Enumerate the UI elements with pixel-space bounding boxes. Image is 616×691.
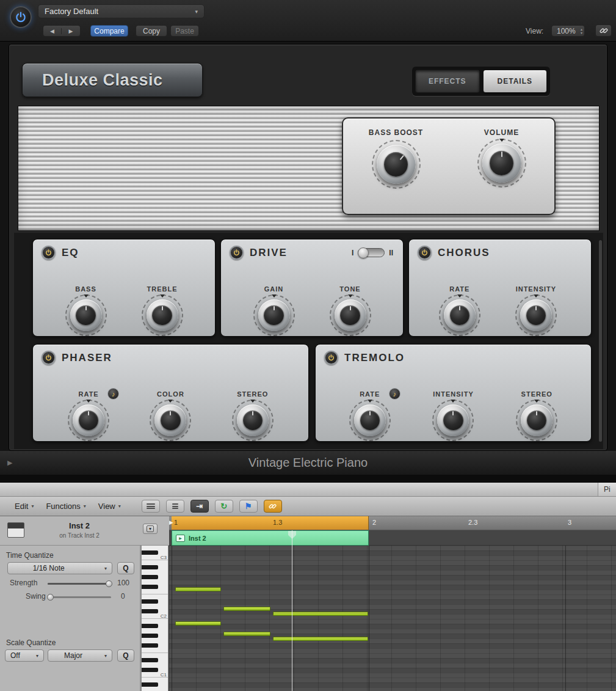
piano-roll-editor: Inst 2 on Track Inst 2 ▾ ▶ 11.322.33 ▶ I… (0, 516, 616, 691)
cycle-range[interactable] (172, 516, 369, 530)
functions-menu[interactable]: Functions▾ (40, 497, 92, 516)
piano-key[interactable] (142, 663, 168, 668)
view-zoom-select[interactable]: 100% ▴▾ (551, 25, 585, 37)
details-tab-button[interactable]: DETAILS (483, 70, 548, 93)
piano-key[interactable] (142, 560, 168, 565)
tremolo-sync-note-icon[interactable]: ♪ (389, 388, 400, 400)
bass-knob[interactable] (70, 299, 102, 331)
piano-key[interactable] (142, 585, 168, 590)
piano-key[interactable] (142, 658, 168, 663)
slider-thumb[interactable] (47, 594, 54, 601)
scroll-in-play-button[interactable]: ⚑ (239, 500, 258, 513)
drive-mode-switch[interactable] (358, 248, 385, 257)
tremolo-stereo-knob[interactable] (521, 404, 553, 436)
tremolo-rate-knob[interactable] (354, 404, 386, 436)
tone-knob[interactable] (335, 299, 366, 331)
link-mode-button[interactable] (264, 500, 282, 513)
paste-button[interactable]: Paste (170, 25, 199, 37)
phaser-stereo-knob[interactable] (237, 404, 269, 436)
eq-power-button[interactable] (42, 246, 56, 260)
piano-key[interactable] (142, 638, 168, 643)
swing-value: 0 (121, 592, 125, 601)
piano-key[interactable] (142, 648, 168, 653)
piano-key[interactable] (142, 590, 168, 594)
compare-button[interactable]: Compare (90, 25, 128, 37)
link-button[interactable] (595, 24, 612, 37)
chorus-power-button[interactable] (418, 246, 432, 260)
strength-slider[interactable] (48, 583, 111, 585)
scale-quantize-mode-dropdown[interactable]: Off ▾ (5, 649, 44, 662)
chorus-intensity-knob[interactable] (520, 299, 552, 331)
grid-row-shade (169, 634, 616, 638)
piano-key[interactable] (142, 594, 168, 599)
piano-key[interactable] (142, 687, 168, 691)
window-gap (0, 475, 616, 483)
midi-region[interactable]: ▶ Inst 2 (172, 530, 369, 546)
region-lane: ▶ Inst 2 (169, 530, 616, 546)
header-disclosure-button[interactable]: ▾ (143, 524, 158, 534)
playhead[interactable] (292, 530, 292, 691)
piano-key[interactable]: C1 (142, 673, 168, 678)
scale-quantize-scale-dropdown[interactable]: Major ▾ (48, 649, 112, 662)
plugin-power-button[interactable] (10, 6, 32, 28)
time-quantize-apply-button[interactable]: Q (117, 562, 134, 574)
gain-knob[interactable] (258, 299, 290, 331)
preset-dropdown[interactable]: Factory Default ▾ (38, 4, 205, 18)
tremolo-power-button[interactable] (324, 351, 338, 365)
midi-in-button[interactable]: ⇥ (190, 500, 209, 513)
phaser-rate-knob[interactable] (73, 404, 104, 436)
volume-label: VOLUME (484, 128, 519, 137)
volume-knob[interactable] (482, 144, 521, 183)
piano-key[interactable] (142, 565, 168, 570)
phaser-power-button[interactable] (42, 351, 56, 365)
piano-key[interactable] (142, 604, 168, 609)
ruler[interactable]: ▶ 11.322.33 (169, 516, 616, 530)
time-quantize-dropdown[interactable]: 1/16 Note ▾ (7, 562, 112, 574)
piano-key[interactable] (142, 682, 168, 687)
phaser-color-knob[interactable] (154, 404, 186, 436)
previous-preset-button[interactable]: ◀ (43, 28, 62, 34)
region-play-icon[interactable]: ▶ (176, 535, 185, 542)
scale-quantize-apply-button[interactable]: Q (117, 649, 134, 662)
swing-slider[interactable] (48, 596, 111, 598)
drive-power-button[interactable] (230, 246, 244, 260)
catch-playhead-button[interactable]: ↻ (215, 500, 233, 513)
view-mode-button[interactable] (142, 500, 160, 513)
effects-tab-button[interactable]: EFFECTS (415, 70, 480, 93)
midi-grid[interactable] (169, 546, 616, 691)
catch-icon: ↻ (220, 502, 227, 511)
bass-boost-knob[interactable] (377, 145, 416, 184)
edit-menu[interactable]: Edit▾ (9, 497, 40, 516)
switch-thumb[interactable] (358, 247, 369, 258)
piano-key[interactable] (142, 678, 168, 682)
phaser-sync-note-icon[interactable]: ♪ (107, 388, 119, 400)
stepper-icon[interactable]: ▴▾ (581, 27, 582, 35)
instrument-icon[interactable] (7, 522, 24, 538)
piano-key[interactable] (142, 546, 168, 550)
next-preset-button[interactable]: ▶ (62, 28, 80, 34)
treble-knob[interactable] (147, 299, 178, 331)
view-menu[interactable]: View▾ (92, 497, 127, 516)
piano-key[interactable] (142, 629, 168, 634)
piano-key[interactable] (142, 619, 168, 624)
phaser-title: PHASER (62, 352, 112, 364)
piano-key[interactable]: C3 (142, 555, 168, 560)
piano-key[interactable] (142, 643, 168, 648)
tremolo-intensity-knob[interactable] (437, 404, 469, 436)
link-icon (600, 26, 608, 35)
copy-button[interactable]: Copy (136, 25, 167, 37)
piano-key[interactable] (142, 580, 168, 585)
piano-roll-tab[interactable]: Pi (598, 483, 616, 496)
chorus-rate-knob[interactable] (444, 299, 476, 331)
piano-key[interactable] (142, 570, 168, 575)
piano-key[interactable] (142, 653, 168, 658)
slider-thumb[interactable] (106, 580, 112, 587)
effects-scrollbar[interactable] (599, 240, 602, 442)
piano-key[interactable] (142, 634, 168, 638)
collapse-mode-button[interactable] (166, 500, 184, 513)
piano-key[interactable] (142, 599, 168, 604)
disclosure-triangle-icon[interactable]: ▶ (7, 459, 12, 467)
piano-key[interactable]: C2 (142, 614, 168, 619)
piano-key[interactable] (142, 624, 168, 629)
piano-key[interactable] (142, 575, 168, 580)
